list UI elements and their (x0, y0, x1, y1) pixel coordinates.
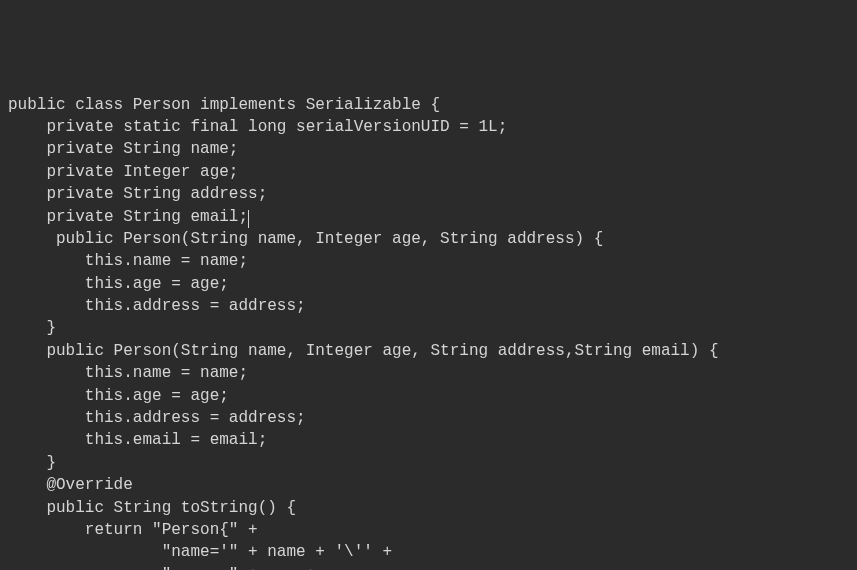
code-line: public Person(String name, Integer age, … (8, 230, 603, 248)
code-line: "name='" + name + '\'' + (8, 543, 392, 561)
code-line: return "Person{" + (8, 521, 258, 539)
code-line: private String address; (8, 185, 267, 203)
code-line: } (8, 454, 56, 472)
code-line: public class Person implements Serializa… (8, 96, 440, 114)
code-line: private static final long serialVersionU… (8, 118, 507, 136)
text-cursor (248, 210, 249, 228)
code-line: private String email; (8, 208, 248, 226)
code-line: public Person(String name, Integer age, … (8, 342, 719, 360)
code-line: } (8, 319, 56, 337)
code-line: @Override (8, 476, 133, 494)
code-block: public class Person implements Serializa… (8, 94, 849, 570)
code-line: this.email = email; (8, 431, 267, 449)
code-line: private Integer age; (8, 163, 238, 181)
code-line: ", age=" + age + (8, 566, 315, 570)
code-line: this.address = address; (8, 409, 306, 427)
code-line: this.name = name; (8, 252, 248, 270)
code-line: this.address = address; (8, 297, 306, 315)
code-line: this.name = name; (8, 364, 248, 382)
code-line: public String toString() { (8, 499, 296, 517)
code-line: this.age = age; (8, 275, 229, 293)
code-line: private String name; (8, 140, 238, 158)
code-line: this.age = age; (8, 387, 229, 405)
